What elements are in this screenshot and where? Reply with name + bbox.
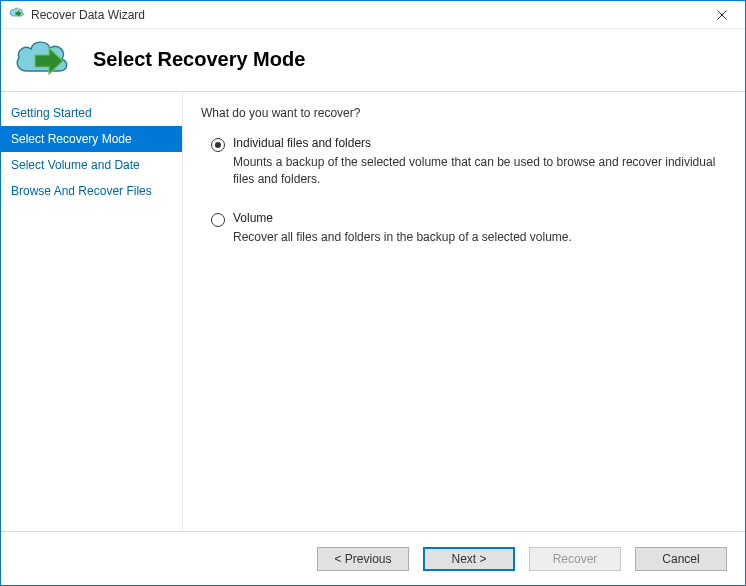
header: Select Recovery Mode (1, 29, 745, 91)
prompt-label: What do you want to recover? (201, 106, 727, 120)
page-title: Select Recovery Mode (93, 48, 305, 71)
recover-button: Recover (529, 547, 621, 571)
sidebar-item-label: Select Volume and Date (11, 158, 140, 172)
window-title: Recover Data Wizard (31, 8, 145, 22)
option-content: Individual files and folders Mounts a ba… (233, 136, 727, 189)
sidebar-item-label: Select Recovery Mode (11, 132, 132, 146)
footer: < Previous Next > Recover Cancel (1, 531, 745, 585)
close-button[interactable] (705, 1, 739, 28)
body: Getting Started Select Recovery Mode Sel… (1, 91, 745, 531)
option-description: Recover all files and folders in the bac… (233, 229, 727, 246)
button-label: Next > (451, 552, 486, 566)
sidebar: Getting Started Select Recovery Mode Sel… (1, 92, 183, 531)
option-description: Mounts a backup of the selected volume t… (233, 154, 727, 189)
cloud-arrow-icon (13, 37, 71, 81)
titlebar: Recover Data Wizard (1, 1, 745, 29)
sidebar-item-browse-and-recover-files[interactable]: Browse And Recover Files (1, 178, 182, 204)
sidebar-item-select-recovery-mode[interactable]: Select Recovery Mode (1, 126, 182, 152)
sidebar-item-label: Getting Started (11, 106, 92, 120)
radio-volume[interactable] (211, 213, 225, 227)
sidebar-item-select-volume-and-date[interactable]: Select Volume and Date (1, 152, 182, 178)
cancel-button[interactable]: Cancel (635, 547, 727, 571)
button-label: Cancel (662, 552, 699, 566)
option-label: Individual files and folders (233, 136, 727, 150)
option-label: Volume (233, 211, 727, 225)
previous-button[interactable]: < Previous (317, 547, 409, 571)
option-individual-files[interactable]: Individual files and folders Mounts a ba… (211, 136, 727, 189)
option-volume[interactable]: Volume Recover all files and folders in … (211, 211, 727, 246)
cloud-icon (9, 6, 25, 23)
radio-individual-files[interactable] (211, 138, 225, 152)
button-label: < Previous (334, 552, 391, 566)
sidebar-item-label: Browse And Recover Files (11, 184, 152, 198)
main-panel: What do you want to recover? Individual … (183, 92, 745, 531)
sidebar-item-getting-started[interactable]: Getting Started (1, 100, 182, 126)
next-button[interactable]: Next > (423, 547, 515, 571)
wizard-window: Recover Data Wizard Select Recovery Mode… (0, 0, 746, 586)
button-label: Recover (553, 552, 598, 566)
option-content: Volume Recover all files and folders in … (233, 211, 727, 246)
